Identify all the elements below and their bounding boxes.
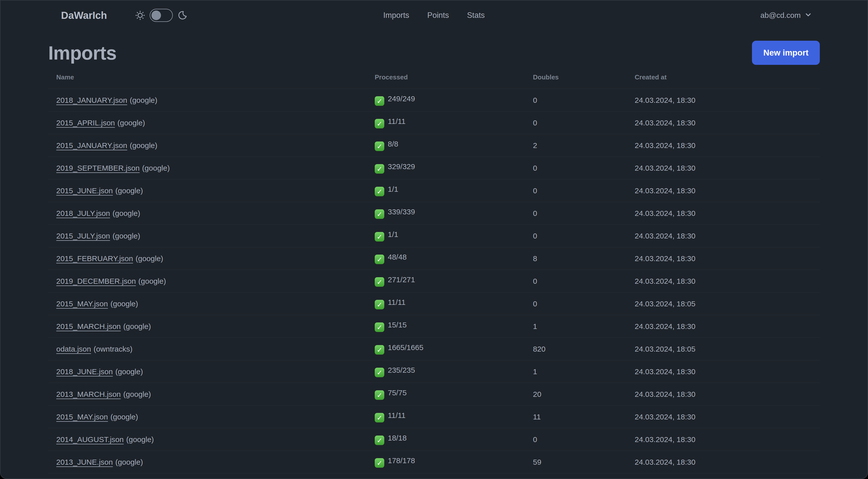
import-file-link[interactable]: 2015_MAY.json bbox=[56, 413, 108, 421]
column-header-name: Name bbox=[48, 67, 367, 89]
created-at: 24.03.2024, 18:30 bbox=[627, 383, 820, 406]
import-file-link[interactable]: 2018_JANUARY.json bbox=[56, 96, 127, 104]
import-file-link[interactable]: 2015_FEBRUARY.json bbox=[56, 254, 133, 263]
processed-cell: ✓329/329 bbox=[367, 157, 525, 179]
created-at: 24.03.2024, 18:30 bbox=[627, 134, 820, 157]
import-file-link[interactable]: odata.json bbox=[56, 345, 91, 353]
name-cell: 2018_JANUARY.json(google) bbox=[48, 89, 367, 112]
check-icon: ✓ bbox=[375, 277, 384, 287]
user-email: ab@cd.com bbox=[760, 11, 801, 20]
created-at: 24.03.2024, 18:05 bbox=[627, 293, 820, 315]
doubles-count: 1 bbox=[525, 315, 627, 338]
theme-toggle-group bbox=[135, 9, 187, 22]
import-file-link[interactable]: 2015_MAY.json bbox=[56, 300, 108, 308]
processed-cell: ✓11/11 bbox=[367, 406, 525, 428]
created-at: 24.03.2024, 18:30 bbox=[627, 451, 820, 474]
processed-count: 15/15 bbox=[388, 321, 407, 329]
name-cell: 2018_JUNE.json(google) bbox=[48, 360, 367, 383]
check-icon: ✓ bbox=[375, 458, 384, 468]
processed-cell: ✓235/235 bbox=[367, 360, 525, 383]
doubles-count bbox=[525, 474, 627, 479]
processed-count: 249/249 bbox=[388, 94, 415, 103]
processed-count: 1/1 bbox=[388, 185, 398, 193]
import-file-link[interactable]: 2015_APRIL.json bbox=[56, 119, 115, 127]
processed-cell: ✓249/249 bbox=[367, 89, 525, 112]
nav-link-stats[interactable]: Stats bbox=[467, 11, 485, 20]
import-source-label: (google) bbox=[115, 367, 143, 376]
processed-cell: ✓8/8 bbox=[367, 134, 525, 157]
import-file-link[interactable]: 2019_DECEMBER.json bbox=[56, 277, 136, 285]
check-icon: ✓ bbox=[375, 390, 384, 400]
doubles-count: 820 bbox=[525, 338, 627, 360]
new-import-button[interactable]: New import bbox=[752, 41, 820, 65]
imports-table-header: Name Processed Doubles Created at bbox=[48, 67, 820, 89]
check-icon: ✓ bbox=[375, 300, 384, 309]
sun-icon bbox=[135, 10, 145, 20]
check-icon: ✓ bbox=[375, 187, 384, 196]
doubles-count: 0 bbox=[525, 293, 627, 315]
created-at: 24.03.2024, 18:05 bbox=[627, 338, 820, 360]
created-at: 24.03.2024, 18:30 bbox=[627, 157, 820, 179]
processed-count: 329/329 bbox=[388, 162, 415, 171]
app-logo[interactable]: DaWarIch bbox=[61, 10, 107, 21]
processed-cell: ✓18/18 bbox=[367, 428, 525, 451]
import-file-link[interactable]: 2013_JUNE.json bbox=[56, 458, 113, 466]
processed-cell: ✓11/11 bbox=[367, 112, 525, 134]
import-file-link[interactable]: 2015_JULY.json bbox=[56, 232, 110, 240]
created-at bbox=[627, 474, 820, 479]
import-file-link[interactable]: 2019_SEPTEMBER.json bbox=[56, 164, 140, 172]
import-source-label: (google) bbox=[123, 322, 151, 330]
name-cell: 2015_JUNE.json(google) bbox=[48, 179, 367, 202]
doubles-count: 0 bbox=[525, 157, 627, 179]
import-file-link[interactable]: 2014_AUGUST.json bbox=[56, 435, 124, 444]
processed-cell: ✓75/75 bbox=[367, 383, 525, 406]
import-file-link[interactable]: 2018_JUNE.json bbox=[56, 367, 113, 376]
table-row: 2018_JUNE.json(google) ✓235/235 1 24.03.… bbox=[48, 360, 820, 383]
import-file-link[interactable]: 2015_JUNE.json bbox=[56, 186, 113, 195]
import-source-label: (google) bbox=[138, 277, 166, 285]
doubles-count: 0 bbox=[525, 270, 627, 293]
import-source-label: (google) bbox=[130, 141, 157, 150]
name-cell: 2014_AUGUST.json(google) bbox=[48, 428, 367, 451]
table-row: 2015_MARCH.json(google) ✓15/15 1 24.03.2… bbox=[48, 315, 820, 338]
name-cell: 2013_JUNE.json(google) bbox=[48, 451, 367, 474]
column-header-processed: Processed bbox=[367, 67, 525, 89]
theme-toggle[interactable] bbox=[150, 9, 173, 22]
processed-count: 11/11 bbox=[388, 117, 406, 126]
nav-link-points[interactable]: Points bbox=[427, 11, 449, 20]
processed-cell: ✓ bbox=[367, 474, 525, 479]
import-source-label: (owntracks) bbox=[93, 345, 132, 353]
processed-count: 11/11 bbox=[388, 411, 406, 420]
chevron-down-icon bbox=[805, 11, 812, 19]
doubles-count: 0 bbox=[525, 89, 627, 112]
table-row: 2015_JUNE.json(google) ✓1/1 0 24.03.2024… bbox=[48, 179, 820, 202]
import-file-link[interactable]: 2015_MARCH.json bbox=[56, 322, 121, 330]
main-content: Imports New import Name Processed Double… bbox=[0, 41, 868, 479]
processed-count: 75/75 bbox=[388, 389, 407, 397]
processed-count: 178/178 bbox=[388, 456, 415, 465]
created-at: 24.03.2024, 18:30 bbox=[627, 89, 820, 112]
import-file-link[interactable]: 2013_MARCH.json bbox=[56, 390, 121, 398]
name-cell: 2015_JANUARY.json(google) bbox=[48, 134, 367, 157]
column-header-created-at: Created at bbox=[627, 67, 820, 89]
check-icon: ✓ bbox=[375, 368, 384, 377]
check-icon: ✓ bbox=[375, 164, 384, 174]
table-row: 2015_JANUARY.json(google) ✓8/8 2 24.03.2… bbox=[48, 134, 820, 157]
nav-link-imports[interactable]: Imports bbox=[383, 11, 409, 20]
name-cell: 2018_JULY.json(google) bbox=[48, 202, 367, 225]
created-at: 24.03.2024, 18:30 bbox=[627, 179, 820, 202]
import-file-link[interactable]: 2015_JANUARY.json bbox=[56, 141, 127, 150]
processed-count: 11/11 bbox=[388, 298, 406, 307]
table-row: 2019_SEPTEMBER.json(google) ✓329/329 0 2… bbox=[48, 157, 820, 179]
processed-cell: ✓1/1 bbox=[367, 179, 525, 202]
app-window: DaWarIch bbox=[0, 0, 868, 479]
processed-count: 8/8 bbox=[388, 140, 398, 148]
column-header-doubles: Doubles bbox=[525, 67, 627, 89]
check-icon: ✓ bbox=[375, 436, 384, 445]
moon-icon bbox=[177, 10, 187, 20]
user-menu[interactable]: ab@cd.com bbox=[760, 11, 812, 20]
doubles-count: 0 bbox=[525, 202, 627, 225]
doubles-count: 20 bbox=[525, 383, 627, 406]
doubles-count: 1 bbox=[525, 360, 627, 383]
import-file-link[interactable]: 2018_JULY.json bbox=[56, 209, 110, 217]
